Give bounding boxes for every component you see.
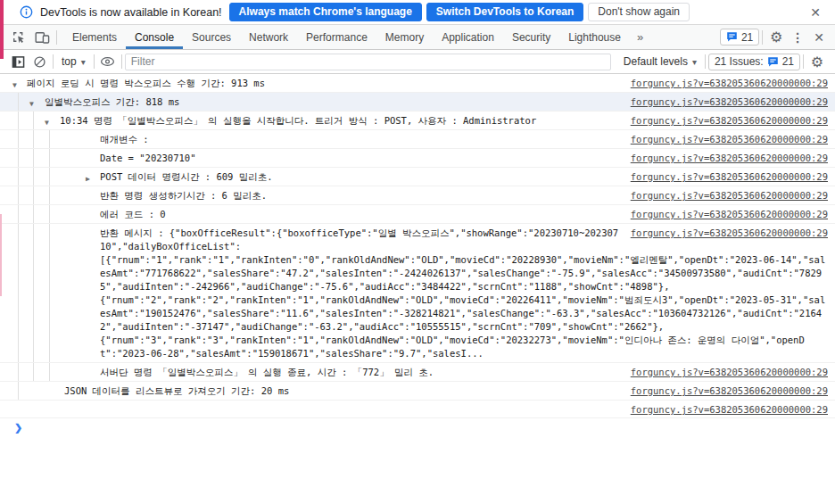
match-chrome-language-button[interactable]: Always match Chrome's language [229, 3, 422, 21]
inspect-element-icon[interactable] [7, 29, 30, 46]
dont-show-again-button[interactable]: Don't show again [588, 3, 690, 21]
console-row: forguncy.js?v=638205360620000000:29 POST… [0, 168, 835, 186]
source-location-link[interactable]: forguncy.js?v=638205360620000000:29 [631, 133, 828, 146]
console-row: forguncy.js?v=638205360620000000:29 에러 코… [0, 205, 835, 224]
clear-console-icon[interactable] [29, 53, 50, 70]
settings-gear-icon[interactable] [765, 27, 787, 48]
background-page-edge [0, 0, 4, 59]
panel-tabs: ElementsConsoleSourcesNetworkPerformance… [63, 25, 630, 49]
toolbar-spacer [650, 25, 720, 49]
devtools-main-toolbar: ElementsConsoleSourcesNetworkPerformance… [0, 25, 835, 50]
separator [94, 54, 95, 69]
console-message-text: 에러 코드 : 0 [100, 209, 166, 219]
console-settings-gear-icon[interactable] [806, 51, 828, 72]
toolbar-left-icons [0, 25, 63, 49]
separator [53, 54, 54, 69]
issues-count: 21 [741, 31, 753, 44]
close-devtools-icon[interactable] [808, 29, 830, 45]
prompt-chevron-icon [14, 422, 22, 434]
filter-input[interactable] [125, 54, 611, 70]
console-message-text: Date = "20230710" [100, 153, 195, 163]
toolbar-right-controls: 21 [720, 25, 835, 49]
console-message-text: POST 데이터 명령시간 : 609 밀리초. [100, 171, 273, 182]
panel-tab[interactable]: Performance [297, 25, 376, 49]
log-levels-dropdown[interactable]: Default levels [618, 55, 702, 68]
issues-summary-label: 21 Issues: [715, 55, 764, 68]
issues-bubble-icon [767, 56, 779, 68]
source-location-link[interactable]: forguncy.js?v=638205360620000000:29 [631, 189, 828, 202]
panel-tab[interactable]: Security [503, 25, 559, 49]
console-row: forguncy.js?v=638205360620000000:29 Date… [0, 149, 835, 168]
source-location-link[interactable]: forguncy.js?v=638205360620000000:29 [631, 227, 828, 240]
language-infobar: DevTools is now available in Korean! Alw… [0, 0, 835, 25]
issues-counter-button[interactable]: 21 [720, 29, 759, 45]
source-location-link[interactable]: forguncy.js?v=638205360620000000:29 [631, 95, 828, 109]
switch-devtools-korean-button[interactable]: Switch DevTools to Korean [426, 3, 583, 21]
console-prompt[interactable] [0, 418, 835, 440]
panel-tab[interactable]: Elements [63, 25, 126, 49]
infobar-close-icon[interactable] [805, 4, 826, 21]
console-row: forguncy.js?v=638205360620000000:29 [0, 401, 835, 418]
separator [705, 54, 706, 69]
console-row: forguncy.js?v=638205360620000000:29 매개변수… [0, 130, 835, 149]
console-messages: forguncy.js?v=638205360620000000:29 페이지 … [0, 74, 835, 418]
frame-context-selector[interactable]: top [56, 55, 91, 68]
source-location-link[interactable]: forguncy.js?v=638205360620000000:29 [631, 152, 828, 165]
panel-tab[interactable]: Memory [376, 25, 433, 49]
source-location-link[interactable]: forguncy.js?v=638205360620000000:29 [631, 170, 828, 184]
log-levels-value: Default levels [624, 55, 688, 68]
expand-toggle-icon[interactable] [45, 116, 49, 129]
console-message-text: 매개변수 : [100, 134, 149, 145]
background-page-edge [0, 214, 2, 296]
console-row: forguncy.js?v=638205360620000000:29 10:3… [0, 112, 835, 130]
separator [56, 30, 57, 45]
issues-bubble-icon [726, 31, 738, 43]
source-location-link[interactable]: forguncy.js?v=638205360620000000:29 [631, 208, 828, 221]
console-row: forguncy.js?v=638205360620000000:29 서버단 … [0, 363, 835, 382]
console-row: forguncy.js?v=638205360620000000:29 페이지 … [0, 74, 835, 93]
panel-tab[interactable]: Application [433, 25, 503, 49]
console-message-text: 페이지 로딩 시 명령 박스오피스 수행 기간: 913 ms [27, 78, 265, 88]
console-sidebar-icon[interactable] [7, 53, 29, 70]
console-message-text: 서버단 명령 「일별박스오피스」 의 실행 종료, 시간 : 「772」 밀리 … [100, 367, 434, 377]
source-location-link[interactable]: forguncy.js?v=638205360620000000:29 [631, 366, 828, 379]
console-toolbar: top Default levels 21 Issues: 21 [0, 50, 835, 74]
console-message-text: 일별박스오피스 기간: 818 ms [45, 96, 179, 107]
panel-tab[interactable]: Sources [183, 25, 240, 49]
frame-context-value: top [62, 55, 77, 68]
live-expression-eye-icon[interactable] [97, 53, 119, 70]
separator [121, 54, 122, 69]
source-location-link[interactable]: forguncy.js?v=638205360620000000:29 [631, 403, 828, 417]
separator [803, 54, 804, 69]
issues-count: 21 [782, 55, 794, 68]
source-location-link[interactable]: forguncy.js?v=638205360620000000:29 [631, 114, 828, 128]
console-message-text: 반환 명령 생성하기시간 : 6 밀리초. [100, 190, 267, 201]
expand-toggle-icon[interactable] [29, 97, 34, 111]
more-tabs-icon[interactable]: » [630, 25, 650, 49]
console-message-text: JSON 데이터를 리스트뷰로 가져오기 기간: 20 ms [64, 385, 289, 396]
expand-toggle-icon[interactable] [12, 78, 17, 92]
console-row: forguncy.js?v=638205360620000000:29 반환 메… [0, 224, 835, 363]
console-message-text: 10:34 명령 「일별박스오피스」 의 실행을 시작합니다. 트리거 방식 :… [60, 115, 536, 126]
menu-kebab-icon[interactable] [787, 27, 808, 48]
source-location-link[interactable]: forguncy.js?v=638205360620000000:29 [631, 77, 828, 90]
panel-tab[interactable]: Console [126, 25, 183, 49]
panel-tab[interactable]: Network [240, 25, 297, 49]
console-issues-button[interactable]: 21 Issues: 21 [708, 54, 800, 70]
info-icon [20, 5, 33, 19]
console-row: forguncy.js?v=638205360620000000:29 일별박스… [0, 93, 835, 112]
infobar-message: DevTools is now available in Korean! [40, 6, 222, 19]
panel-tab[interactable]: Lighthouse [559, 25, 630, 49]
source-location-link[interactable]: forguncy.js?v=638205360620000000:29 [631, 384, 828, 398]
console-message-text: 반환 메시지 : {"boxOfficeResult":{"boxofficeT… [100, 227, 825, 359]
separator [762, 30, 763, 45]
console-row: forguncy.js?v=638205360620000000:29 JSON… [0, 382, 835, 401]
expand-toggle-icon[interactable] [86, 172, 90, 186]
console-row: forguncy.js?v=638205360620000000:29 반환 명… [0, 186, 835, 205]
device-toolbar-icon[interactable] [30, 29, 54, 46]
devtools-window: DevTools is now available in Korean! Alw… [0, 0, 835, 504]
